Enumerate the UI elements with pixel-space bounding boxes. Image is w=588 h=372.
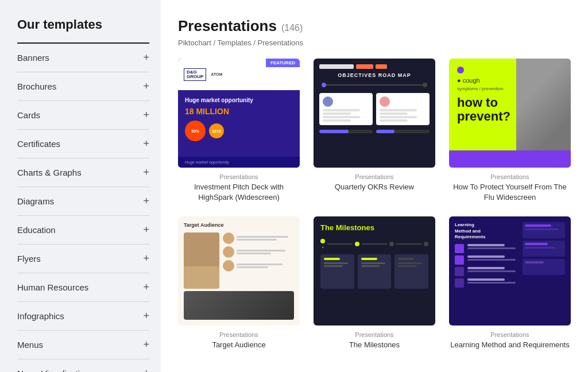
learn-icon-3: [455, 267, 464, 276]
line4: [380, 119, 408, 122]
target-content: [184, 232, 294, 289]
lline7: [467, 278, 505, 281]
sidebar-item-label: Diagrams: [17, 196, 54, 206]
tline2: [237, 239, 277, 241]
template-card-2[interactable]: OBJECTIVES ROAD MAP: [314, 59, 435, 203]
rblock-line5: [525, 261, 544, 264]
learn-text-4: [467, 278, 521, 284]
featured-badge: FEATURED: [266, 59, 300, 67]
line3: [323, 116, 360, 118]
learn-icon-1: [455, 244, 464, 253]
learn-item-2: [455, 255, 521, 265]
template-card-6[interactable]: LearningMethod andRequirements: [449, 216, 571, 350]
learn-item-4: [455, 278, 521, 288]
template-thumb-1: D&GGROUP ATOM FEATURED Huge market oppor…: [178, 59, 300, 168]
logo2: ATOM: [211, 72, 222, 76]
template-card-4[interactable]: Target Audience: [178, 216, 300, 350]
progress-bar-2: [376, 130, 430, 133]
sidebar-item-flyers[interactable]: Flyers +: [17, 245, 149, 273]
plus-icon: +: [143, 339, 149, 351]
flu-text-col: ● cough symptoms / prevention how toprev…: [457, 67, 515, 129]
card-content-2: Presentations Quarterly OKRs Review: [314, 173, 435, 192]
main-content: Presentations (146) Piktochart / Templat…: [161, 0, 588, 372]
learn-icon-2: [455, 255, 464, 265]
sidebar-item-hr[interactable]: Human Resources +: [17, 273, 149, 302]
target-lines-3: [237, 260, 294, 272]
line1: [323, 109, 360, 111]
sidebar-item-diagrams[interactable]: Diagrams +: [17, 187, 149, 216]
bar-seg3: [376, 64, 387, 69]
tline1: [237, 236, 288, 238]
thumb-footer: Huge market opportunity: [178, 157, 300, 168]
circle-small: $258: [209, 123, 224, 138]
ms-card-line5: [398, 262, 422, 264]
sidebar-item-education[interactable]: Education +: [17, 216, 149, 245]
plus-icon: +: [143, 109, 149, 121]
card-content-6: Presentations Learning Method and Requir…: [449, 331, 571, 350]
target-lines-1: [237, 232, 294, 244]
thumb-circles: 50% $258: [185, 121, 293, 141]
ms-connector-3: [396, 243, 421, 245]
sidebar-item-label: Education: [17, 225, 56, 235]
sidebar-item-banners[interactable]: Banners +: [17, 44, 149, 72]
template-count: (146): [281, 23, 303, 33]
milestone-title: The Milestones: [320, 223, 428, 232]
sidebar-item-charts[interactable]: Charts & Graphs +: [17, 158, 149, 187]
template-meta-3: Presentations: [449, 173, 571, 180]
bar-seg1: [319, 64, 354, 69]
sidebar-item-certificates[interactable]: Certificates +: [17, 130, 149, 158]
flu-desc: symptoms / prevention: [457, 86, 515, 91]
plus-icon: +: [143, 195, 149, 207]
learn-icon-4: [455, 278, 464, 288]
sidebar-item-cards[interactable]: Cards +: [17, 101, 149, 130]
sidebar-item-label: Menus: [17, 340, 43, 350]
line4: [323, 119, 351, 122]
rblock-line3: [525, 243, 548, 245]
lline4: [467, 259, 516, 261]
tline4: [237, 253, 271, 254]
template-card-5[interactable]: The Milestones ●: [314, 216, 435, 350]
rblock-3: [523, 259, 565, 275]
circle-big: 50%: [185, 121, 206, 141]
sidebar-item-brochures[interactable]: Brochures +: [17, 72, 149, 101]
sidebar-title: Our templates: [17, 17, 149, 32]
progress-fill-1: [319, 130, 349, 133]
target-img-bot: [184, 266, 219, 289]
plus-icon: +: [143, 80, 149, 92]
card-content-3: Presentations How To Protect Yourself Fr…: [449, 173, 571, 203]
template-card-1[interactable]: D&GGROUP ATOM FEATURED Huge market oppor…: [178, 59, 300, 203]
ms-card-bar2: [361, 258, 377, 260]
milestone-cards: [320, 254, 428, 289]
sidebar-item-label: Brochures: [17, 82, 56, 91]
learn-items: [455, 244, 521, 288]
ms-card-line3: [361, 262, 385, 264]
timeline-line: [326, 84, 423, 86]
target-bottom-img: [184, 291, 294, 320]
template-thumb-3: ● cough symptoms / prevention how toprev…: [449, 59, 571, 168]
flu-headline: how toprevent?: [457, 96, 515, 123]
thumb2-progress: [319, 130, 430, 133]
plus-icon: +: [143, 253, 149, 265]
lline3: [467, 255, 505, 258]
ms-connector-2: [362, 243, 387, 245]
template-meta-6: Presentations: [449, 331, 571, 338]
template-name-3: How To Protect Yourself From The Flu Wid…: [449, 182, 571, 203]
rblock-line1: [525, 224, 551, 227]
sidebar-item-infographics[interactable]: Infographics +: [17, 302, 149, 331]
learn-item-3: [455, 267, 521, 276]
template-card-3[interactable]: ● cough symptoms / prevention how toprev…: [449, 59, 571, 203]
learn-text-2: [467, 255, 521, 261]
learn-text-1: [467, 244, 521, 249]
page-title-row: Presentations (146): [178, 17, 571, 35]
avatar2: [380, 96, 390, 107]
sidebar-item-news-viz[interactable]: News Visualization +: [17, 359, 149, 372]
tline5: [237, 264, 283, 265]
rblock-line6: [525, 265, 554, 267]
sidebar-item-menus[interactable]: Menus +: [17, 331, 149, 359]
target-circle-1: [223, 232, 234, 244]
thumb2-topbar: [319, 64, 430, 69]
tline6: [237, 266, 268, 268]
rblock-2: [523, 241, 565, 257]
flu-dot: [457, 67, 464, 73]
lline6: [467, 270, 516, 272]
